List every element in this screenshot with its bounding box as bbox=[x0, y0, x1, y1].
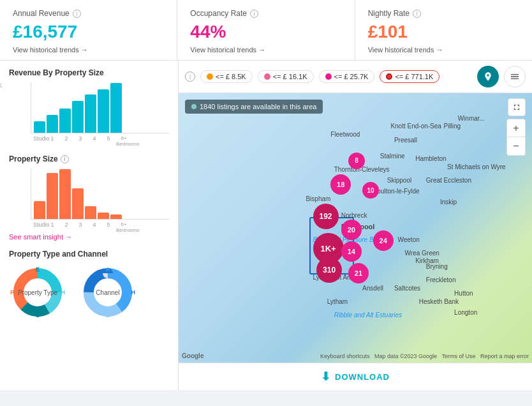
legend-771k-label: <= £ 771.1K bbox=[395, 73, 433, 80]
label-longton: Longton bbox=[454, 309, 477, 316]
right-panel: i <= £ 8.5K <= £ 16.1K <= £ 25.7K <= £ 7… bbox=[179, 61, 532, 390]
legend-771k[interactable]: <= £ 771.1K bbox=[380, 70, 440, 83]
cluster-14[interactable]: 14 bbox=[341, 241, 362, 262]
annual-revenue-title: Annual Revenue i bbox=[13, 9, 164, 18]
nightly-rate-card: Nightly Rate i £101 View historical tren… bbox=[355, 0, 532, 60]
fullscreen-btn[interactable] bbox=[508, 98, 526, 116]
ps-bar-4 bbox=[85, 206, 96, 219]
legend-16k[interactable]: <= £ 16.1K bbox=[258, 70, 314, 83]
property-type-donut: Property Type E H C P bbox=[9, 264, 66, 321]
channel-donut: Channel A B H bbox=[79, 264, 137, 321]
legend-8k-label: <= £ 8.5K bbox=[216, 73, 246, 80]
legend-25k[interactable]: <= £ 25.7K bbox=[319, 70, 375, 83]
zoom-in-btn[interactable]: + bbox=[507, 119, 525, 137]
property-type-donut-canvas: Property Type E H C P bbox=[9, 264, 66, 321]
list-view-btn[interactable] bbox=[504, 66, 526, 87]
label-skippool: Skippool bbox=[387, 177, 411, 184]
label-pilling: Pilling bbox=[444, 123, 461, 130]
occupancy-rate-link[interactable]: View historical trends → bbox=[190, 46, 341, 54]
bar-5 bbox=[98, 89, 109, 133]
zoom-controls: + − bbox=[506, 119, 526, 156]
nightly-rate-title: Nightly Rate i bbox=[368, 9, 519, 18]
map-controls-bar: i <= £ 8.5K <= £ 16.1K <= £ 25.7K <= £ 7… bbox=[179, 61, 532, 93]
map-background: 1840 listings are available in this area… bbox=[179, 93, 532, 363]
channel-letter-a: A bbox=[106, 266, 110, 273]
property-size-chart-area bbox=[31, 169, 169, 220]
occupancy-rate-value: 44% bbox=[190, 22, 341, 42]
donut-letter-h: H bbox=[61, 289, 66, 296]
annual-revenue-link[interactable]: View historical trends → bbox=[13, 46, 164, 54]
label-kirkham: Kirkham bbox=[415, 257, 439, 264]
label-freckleton: Freckleton bbox=[426, 276, 456, 283]
label-hambleton: Hambleton bbox=[415, 155, 446, 162]
bar-2 bbox=[59, 109, 71, 133]
revenue-chart-area bbox=[31, 82, 169, 133]
occupancy-rate-label: Occupancy Rate bbox=[190, 9, 247, 18]
cluster-21[interactable]: 21 bbox=[348, 263, 369, 283]
annual-revenue-label: Annual Revenue bbox=[13, 9, 70, 18]
revenue-y-labels: 100K 75K 50K 25K 0 bbox=[0, 82, 2, 147]
property-size-chart-container: Property Size i 240 180 120 60 0 bbox=[9, 154, 169, 241]
label-lytham: Lytham bbox=[327, 298, 348, 305]
left-panel: Revenue By Property Size 100K 75K 50K 25… bbox=[0, 61, 179, 390]
download-label: DOWNLOAD bbox=[335, 372, 390, 382]
ps-bar-5 bbox=[98, 213, 109, 219]
cluster-10[interactable]: 10 bbox=[362, 182, 379, 199]
legend-dot-16k bbox=[264, 73, 270, 80]
bar-studio bbox=[34, 121, 45, 133]
label-winmar: Winmar... bbox=[458, 115, 485, 122]
main-content: Revenue By Property Size 100K 75K 50K 25… bbox=[0, 61, 532, 390]
download-bar: ⬇ DOWNLOAD bbox=[179, 363, 532, 390]
smart-insight-link[interactable]: See smart insight → bbox=[9, 233, 169, 241]
map-container[interactable]: 1840 listings are available in this area… bbox=[179, 93, 532, 363]
cluster-8[interactable]: 8 bbox=[348, 153, 365, 169]
zoom-out-btn[interactable]: − bbox=[507, 137, 525, 155]
map-info-icon[interactable]: i bbox=[185, 71, 195, 82]
label-preesall: Preesall bbox=[394, 137, 417, 144]
ps-bar-studio bbox=[34, 201, 45, 219]
list-icon bbox=[510, 71, 520, 82]
nightly-rate-info-icon[interactable]: i bbox=[413, 10, 421, 18]
revenue-x-labels: Studio 1 2 3 4 5 6+Bedrooms bbox=[31, 135, 169, 147]
bar-1 bbox=[47, 115, 58, 133]
occupancy-rate-info-icon[interactable]: i bbox=[250, 10, 258, 18]
bar-6plus bbox=[110, 83, 122, 133]
cluster-192[interactable]: 192 bbox=[313, 204, 339, 229]
label-weeton: Weeton bbox=[397, 236, 419, 243]
metrics-row: Annual Revenue i £16,577 View historical… bbox=[0, 0, 532, 61]
label-st-michaels: St Michaels on Wyre bbox=[447, 163, 506, 170]
cluster-310[interactable]: 310 bbox=[316, 257, 342, 283]
label-inskip: Inskip bbox=[440, 199, 457, 206]
label-wrea-green: Wrea Green bbox=[405, 250, 440, 257]
label-poulton: Poulton-le-Fylde bbox=[373, 188, 420, 195]
ps-bar-3 bbox=[72, 188, 84, 219]
occupancy-rate-card: Occupancy Rate i 44% View historical tre… bbox=[177, 0, 355, 60]
nightly-rate-link[interactable]: View historical trends → bbox=[368, 46, 519, 54]
legend-dot-771k bbox=[386, 73, 392, 80]
cluster-24[interactable]: 24 bbox=[373, 230, 394, 251]
label-knott: Knott End-on-Sea bbox=[390, 123, 441, 130]
annual-revenue-value: £16,577 bbox=[13, 22, 164, 42]
legend-16k-label: <= £ 16.1K bbox=[273, 73, 307, 80]
annual-revenue-info-icon[interactable]: i bbox=[73, 10, 81, 18]
cluster-20[interactable]: 20 bbox=[341, 220, 362, 240]
channel-donut-label: Channel bbox=[96, 289, 119, 296]
donut-letter-p: P bbox=[10, 289, 14, 296]
donut-letter-e: E bbox=[36, 266, 40, 273]
nightly-rate-label: Nightly Rate bbox=[368, 9, 410, 18]
property-size-info-icon[interactable]: i bbox=[61, 155, 69, 163]
label-hesketh: Hesketh Bank bbox=[419, 298, 459, 305]
cluster-18[interactable]: 18 bbox=[330, 174, 351, 195]
label-ansdell: Ansdell bbox=[362, 285, 383, 292]
property-size-chart-title: Property Size i bbox=[9, 154, 169, 163]
donut-letter-c: C bbox=[36, 312, 40, 319]
annual-revenue-card: Annual Revenue i £16,577 View historical… bbox=[0, 0, 177, 60]
legend-8k[interactable]: <= £ 8.5K bbox=[200, 70, 253, 83]
label-bispham: Bispham bbox=[306, 195, 330, 202]
nightly-rate-value: £101 bbox=[368, 22, 519, 42]
download-icon: ⬇ bbox=[321, 370, 331, 384]
label-fleetwood: Fleetwood bbox=[330, 131, 360, 138]
download-button[interactable]: ⬇ DOWNLOAD bbox=[321, 370, 390, 384]
map-view-btn[interactable] bbox=[477, 66, 499, 87]
channel-letter-b: B bbox=[106, 312, 110, 319]
